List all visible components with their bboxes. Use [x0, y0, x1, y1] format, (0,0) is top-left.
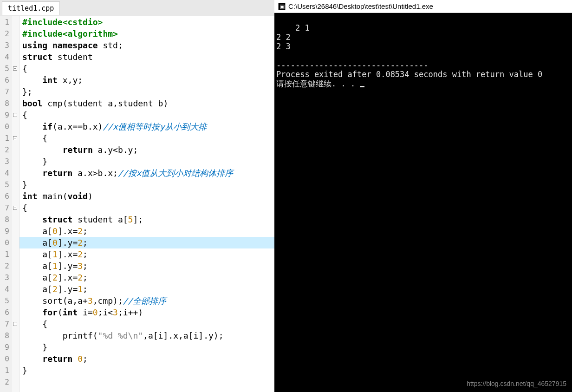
code-line[interactable]: if(a.x==b.x)//x值相等时按y从小到大排: [22, 121, 274, 132]
console-output[interactable]: 2 1 2 2 2 3 ----------------------------…: [274, 13, 572, 392]
console-text: 2 1 2 2 2 3 ----------------------------…: [276, 23, 542, 88]
code-editor-pane: titled1.cpp 1234567890123456789012345678…: [0, 0, 274, 392]
code-line[interactable]: bool cmp(student a,student b): [22, 98, 274, 109]
line-number: 4: [0, 51, 9, 63]
fold-margin[interactable]: −−−−−: [12, 16, 20, 392]
line-number: 9: [0, 341, 9, 353]
line-number: 2: [0, 144, 9, 156]
line-number: 1: [0, 248, 9, 260]
code-line[interactable]: struct student a[5];: [22, 214, 274, 225]
line-number: 9: [0, 109, 9, 121]
code-line[interactable]: return a.x>b.x;//按x值从大到小对结构体排序: [22, 167, 274, 179]
code-line[interactable]: int main(void): [22, 190, 274, 202]
line-number: 2: [0, 28, 9, 39]
code-line[interactable]: a[2].y=1;: [22, 283, 274, 295]
code-line[interactable]: a[0].x=2;: [22, 225, 274, 237]
code-line[interactable]: {: [22, 63, 274, 74]
line-number: 3: [0, 39, 9, 51]
line-number: 3: [0, 156, 9, 167]
code-line[interactable]: #include<algorithm>: [22, 28, 274, 39]
code-line[interactable]: a[2].x=2;: [22, 272, 274, 283]
watermark-text: https://blog.csdn.net/qq_46527915: [467, 379, 566, 388]
line-number: 8: [0, 98, 9, 109]
line-number: 0: [0, 353, 9, 365]
line-number: 3: [0, 272, 9, 283]
line-number: 2: [0, 260, 9, 272]
code-line[interactable]: {: [22, 318, 274, 330]
code-line[interactable]: }: [22, 341, 274, 353]
fold-toggle-icon[interactable]: −: [13, 322, 17, 326]
line-number: 7: [0, 318, 9, 330]
line-number: 4: [0, 283, 9, 295]
line-number: 5: [0, 63, 9, 74]
code-line[interactable]: #include<cstdio>: [22, 16, 274, 28]
line-number: 4: [0, 167, 9, 179]
line-number: 0: [0, 121, 9, 132]
line-number: 1: [0, 132, 9, 144]
line-number: 1: [0, 365, 9, 376]
fold-toggle-icon[interactable]: −: [13, 206, 17, 210]
line-number: 6: [0, 74, 9, 86]
code-line[interactable]: for(int i=0;i<3;i++): [22, 307, 274, 318]
line-number: 9: [0, 225, 9, 237]
console-titlebar[interactable]: ▣ C:\Users\26846\Desktop\test\test\Untit…: [274, 0, 572, 13]
code-line[interactable]: return 0;: [22, 353, 274, 365]
code-line[interactable]: {: [22, 109, 274, 121]
fold-toggle-icon[interactable]: −: [13, 136, 17, 140]
cursor-icon: [360, 86, 364, 87]
line-number-gutter: 12345678901234567890123456789012: [0, 16, 12, 392]
code-line[interactable]: using namespace std;: [22, 39, 274, 51]
line-number: 6: [0, 307, 9, 318]
line-number: 5: [0, 179, 9, 190]
line-number: 0: [0, 237, 9, 248]
code-line[interactable]: }: [22, 156, 274, 167]
line-number: 8: [0, 214, 9, 225]
fold-toggle-icon[interactable]: −: [13, 113, 17, 117]
terminal-icon: ▣: [278, 3, 286, 10]
line-number: 7: [0, 202, 9, 214]
line-number: 6: [0, 190, 9, 202]
line-number: 8: [0, 330, 9, 341]
code-line[interactable]: };: [22, 86, 274, 98]
code-line[interactable]: a[1].x=2;: [22, 248, 274, 260]
line-number: 2: [0, 376, 9, 388]
console-pane: ▣ C:\Users\26846\Desktop\test\test\Untit…: [274, 0, 572, 392]
code-area[interactable]: 12345678901234567890123456789012 −−−−− #…: [0, 16, 274, 392]
tab-bar: titled1.cpp: [0, 0, 274, 16]
fold-toggle-icon[interactable]: −: [13, 66, 17, 71]
code-line[interactable]: printf("%d %d\n",a[i].x,a[i].y);: [22, 330, 274, 341]
code-line[interactable]: }: [22, 179, 274, 190]
line-number: 1: [0, 16, 9, 28]
code-line[interactable]: int x,y;: [22, 74, 274, 86]
code-text[interactable]: #include<cstdio>#include<algorithm>using…: [20, 16, 274, 392]
code-line[interactable]: a[0].y=2;: [20, 237, 274, 248]
code-line[interactable]: {: [22, 202, 274, 214]
code-line[interactable]: return a.y<b.y;: [22, 144, 274, 156]
code-line[interactable]: struct student: [22, 51, 274, 63]
file-tab[interactable]: titled1.cpp: [2, 1, 60, 15]
code-line[interactable]: [22, 376, 274, 388]
line-number: 5: [0, 295, 9, 307]
code-line[interactable]: sort(a,a+3,cmp);//全部排序: [22, 295, 274, 307]
code-line[interactable]: a[1].y=3;: [22, 260, 274, 272]
console-title-text: C:\Users\26846\Desktop\test\test\Untitle…: [288, 2, 433, 10]
code-line[interactable]: {: [22, 132, 274, 144]
code-line[interactable]: }: [22, 365, 274, 376]
line-number: 7: [0, 86, 9, 98]
